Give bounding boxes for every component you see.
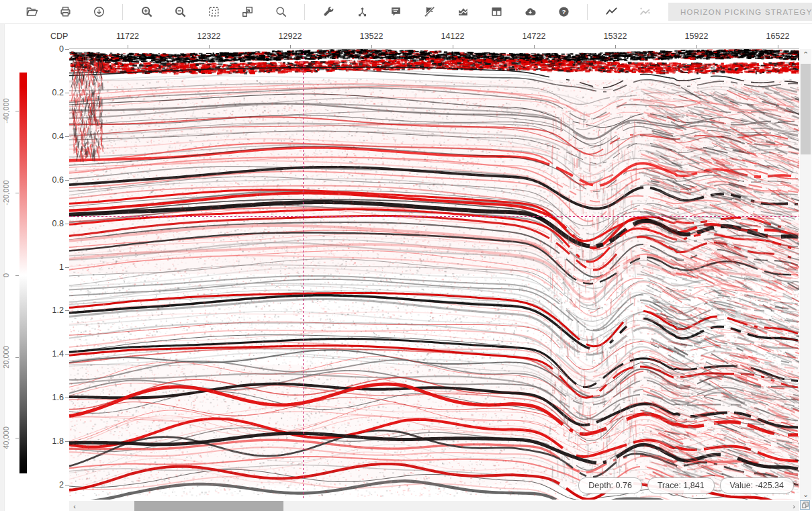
print-button[interactable] xyxy=(54,2,77,22)
auto-horizon-button[interactable] xyxy=(633,2,656,22)
toolbar-separator xyxy=(587,4,588,20)
toolbar-icons: ? xyxy=(15,2,662,22)
help-button[interactable]: ? xyxy=(552,2,575,22)
svg-text:?: ? xyxy=(561,8,566,15)
toolbar-separator xyxy=(304,4,305,20)
download-button[interactable] xyxy=(87,2,110,22)
search-button[interactable] xyxy=(269,2,292,22)
zoom-out-button[interactable] xyxy=(169,2,191,22)
horizon-line-icon xyxy=(605,5,618,18)
crosshair-horizontal-line xyxy=(69,216,799,217)
auto-horizon-icon xyxy=(639,5,651,18)
toolbar: ? HORIZON PICKING STRATEGY xyxy=(0,0,812,24)
scroll-left-arrow[interactable]: ‹ xyxy=(69,501,80,511)
open-folder-icon xyxy=(26,5,38,18)
download-icon xyxy=(93,5,105,18)
colorbar-tick xyxy=(15,193,19,193)
resize-grip-button[interactable] xyxy=(800,500,810,510)
seismic-image[interactable] xyxy=(69,49,799,500)
colorbar-tick xyxy=(15,275,19,276)
resize-button[interactable] xyxy=(236,2,259,22)
horizon-line-button[interactable] xyxy=(600,2,623,22)
cloud-download-icon xyxy=(524,5,537,18)
colorbar-label-0: 0 xyxy=(2,273,10,277)
annotations-button[interactable] xyxy=(384,2,407,22)
colorbar-tick xyxy=(15,438,19,438)
scroll-down-arrow[interactable]: ⌄ xyxy=(800,489,811,500)
open-folder-button[interactable] xyxy=(20,2,43,22)
depth-readout: Depth: 0.76 xyxy=(578,477,642,494)
help-icon: ? xyxy=(557,5,570,18)
cloud-download-button[interactable] xyxy=(518,2,541,22)
colorbar-tick xyxy=(15,357,19,358)
value-readout: Value: -425.34 xyxy=(720,477,794,494)
resize-icon xyxy=(241,5,254,18)
flag-off-button[interactable] xyxy=(418,2,441,22)
zoom-in-button[interactable] xyxy=(135,2,158,22)
crosshair-vertical-line xyxy=(303,49,304,500)
scroll-up-arrow[interactable]: ⌃ xyxy=(800,49,811,60)
colorbar-label--40,000: -40,000 xyxy=(2,98,10,123)
scroll-right-arrow[interactable]: › xyxy=(788,501,799,511)
colorbar-label--20,000: -20,000 xyxy=(2,180,10,205)
wrench-icon xyxy=(322,5,335,18)
colorbar-label-40,000: 40,000 xyxy=(2,426,10,449)
seismic-viewer-window: ? HORIZON PICKING STRATEGY -40,000-20,00… xyxy=(0,0,812,511)
chart-icon xyxy=(457,5,469,18)
cdp-axis-title: CDP xyxy=(50,32,68,41)
colorbar-label-20,000: 20,000 xyxy=(2,346,10,369)
annotations-icon xyxy=(390,5,402,18)
cursor-readout: Depth: 0.76Trace: 1,841Value: -425.34 xyxy=(578,477,794,494)
print-icon xyxy=(59,5,72,18)
axes-button[interactable] xyxy=(351,2,373,22)
colorbar-tick xyxy=(15,111,19,111)
vertical-scroll-thumb[interactable] xyxy=(801,64,811,154)
horizontal-scrollbar[interactable]: ‹ › xyxy=(69,501,799,511)
table-button[interactable] xyxy=(485,2,508,22)
amplitude-colorbar: -40,000-20,000020,00040,000 xyxy=(19,73,27,473)
depth-axis: 00.20.40.60.811.21.41.61.82 xyxy=(39,49,69,500)
zoom-extents-icon xyxy=(208,5,220,18)
resize-grip-icon xyxy=(802,502,809,508)
flag-off-icon xyxy=(423,5,436,18)
horizontal-scroll-thumb[interactable] xyxy=(134,501,283,511)
trace-readout: Trace: 1,841 xyxy=(647,477,715,494)
vertical-scrollbar[interactable]: ⌃ ⌄ xyxy=(800,49,811,500)
search-icon xyxy=(275,5,287,18)
zoom-in-icon xyxy=(140,5,153,18)
seismic-section-view[interactable]: Depth: 0.76Trace: 1,841Value: -425.34 xyxy=(69,49,799,500)
zoom-out-icon xyxy=(174,5,187,18)
axes-icon xyxy=(356,5,369,18)
horizon-picking-strategy-button[interactable]: HORIZON PICKING STRATEGY xyxy=(668,3,812,21)
toolbar-separator xyxy=(122,4,123,20)
table-icon xyxy=(490,5,503,18)
cdp-axis: CDP 117221232212922135221412214722153221… xyxy=(69,24,799,49)
zoom-extents-button[interactable] xyxy=(202,2,225,22)
wrench-button[interactable] xyxy=(317,2,340,22)
chart-button[interactable] xyxy=(451,2,474,22)
